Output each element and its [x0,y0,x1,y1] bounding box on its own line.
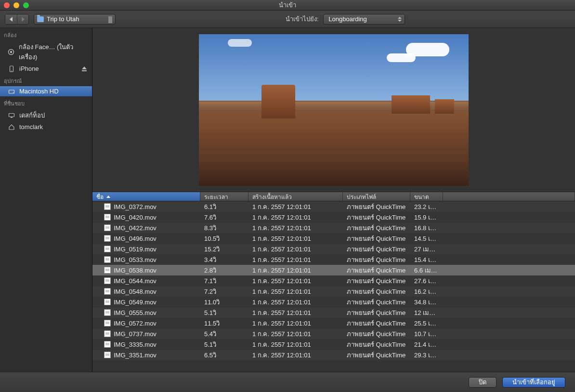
movie-file-icon [104,267,111,274]
minimize-window-button[interactable] [13,2,19,8]
close-window-button[interactable] [4,2,10,8]
table-row[interactable]: IMG_0737.mov5.4วิ1 ก.ค. 2557 12:01:01ภาพ… [92,328,575,339]
table-row[interactable]: IMG_0533.mov3.4วิ1 ก.ค. 2557 12:01:01ภาพ… [92,254,575,265]
eject-icon[interactable] [81,66,87,72]
sidebar-item[interactable]: กล้อง Face… (ในตัวเครื่อง) [0,40,92,64]
dropdown-arrows-icon [398,17,402,22]
path-selector[interactable]: Trip to Utah [34,14,116,25]
table-cell: 10.7 เมก… [410,329,443,339]
table-row[interactable]: IMG_0555.mov5.1วิ1 ก.ค. 2557 12:01:01ภาพ… [92,307,575,318]
movie-file-icon [104,277,111,284]
table-row[interactable]: IMG_0422.mov8.3วิ1 ก.ค. 2557 12:01:01ภาพ… [92,222,575,233]
table-cell: 16.8 เมก… [410,223,443,233]
column-header-name[interactable]: ชื่อ [92,192,200,201]
table-cell: 11.0วิ [200,297,248,307]
movie-file-icon [104,214,111,221]
folder-icon [37,16,44,22]
table-cell: 1 ก.ค. 2557 12:01:01 [248,287,343,297]
table-row[interactable]: IMG_0549.mov11.0วิ1 ก.ค. 2557 12:01:01ภา… [92,297,575,307]
sidebar-item[interactable]: เดสก์ท็อป [0,109,92,122]
table-cell: ภาพยนตร์ QuickTime [343,212,410,222]
movie-file-icon [104,320,111,327]
nav-buttons [5,14,29,25]
table-cell: 10.5วิ [200,234,248,244]
movie-file-icon [104,299,111,305]
destination-value: Longboarding [328,15,367,23]
file-name: IMG_0548.mov [114,288,157,295]
table-cell: ภาพยนตร์ QuickTime [343,340,410,350]
back-button[interactable] [5,14,17,24]
column-header-type[interactable]: ประเภทไฟล์ [343,192,410,201]
table-header: ชื่อ ระยะเวลา สร้างเนื้อหาแล้ว ประเภทไฟล… [92,192,575,201]
table-cell: 21.4 เมก… [410,340,443,350]
table-cell: IMG_3335.mov [92,341,200,348]
table-cell: 29.3 เมก… [410,350,443,360]
close-button[interactable]: ปิด [469,377,497,388]
table-cell: 16.2 เมก… [410,287,443,297]
table-row[interactable]: IMG_0420.mov7.6วิ1 ก.ค. 2557 12:01:01ภาพ… [92,212,575,222]
sidebar-item-label: iPhone [19,65,39,72]
table-cell: 1 ก.ค. 2557 12:01:01 [248,340,343,350]
destination-selector[interactable]: Longboarding [323,14,405,25]
table-cell: 1 ก.ค. 2557 12:01:01 [248,276,343,286]
table-cell: IMG_0548.mov [92,288,200,295]
zoom-window-button[interactable] [23,2,29,8]
toolbar: Trip to Utah นำเข้าไปยัง: Longboarding [0,11,575,28]
table-cell: 15.2วิ [200,244,248,254]
movie-file-icon [104,235,111,242]
content-area: ชื่อ ระยะเวลา สร้างเนื้อหาแล้ว ประเภทไฟล… [92,28,575,372]
svg-rect-8 [11,117,13,118]
import-selected-button[interactable]: นำเข้าที่เลือกอยู่ [502,377,565,388]
table-row[interactable]: IMG_0496.mov10.5วิ1 ก.ค. 2557 12:01:01ภา… [92,233,575,244]
forward-button[interactable] [17,14,28,24]
window-title: นำเข้า [279,0,296,10]
table-row[interactable]: IMG_0372.mov6.1วิ1 ก.ค. 2557 12:01:01ภาพ… [92,201,575,212]
sidebar-item[interactable]: iPhone [0,64,92,74]
table-cell: 11.5วิ [200,318,248,328]
sidebar-item-label: Macintosh HD [19,88,59,95]
movie-file-icon [104,224,111,231]
sidebar-item[interactable]: Macintosh HD [0,86,92,96]
table-row[interactable]: IMG_3335.mov5.1วิ1 ก.ค. 2557 12:01:01ภาพ… [92,339,575,350]
table-cell: IMG_0555.mov [92,309,200,316]
table-cell: IMG_3351.mov [92,352,200,359]
column-header-created[interactable]: สร้างเนื้อหาแล้ว [248,192,343,201]
svg-rect-4 [82,70,87,71]
table-cell: 1 ก.ค. 2557 12:01:01 [248,212,343,222]
table-row[interactable]: IMG_3351.mov6.5วิ1 ก.ค. 2557 12:01:01ภาพ… [92,350,575,360]
table-cell: 1 ก.ค. 2557 12:01:01 [248,234,343,244]
table-cell: 15.4 เมก… [410,255,443,265]
table-cell: IMG_0496.mov [92,235,200,242]
table-cell: 6.6 เมก… [410,265,443,275]
column-header-duration[interactable]: ระยะเวลา [200,192,248,201]
table-cell: ภาพยนตร์ QuickTime [343,318,410,328]
table-cell: 23.2 เมก… [410,202,443,212]
window-controls [4,2,29,8]
table-cell: ภาพยนตร์ QuickTime [343,308,410,318]
preview-image [199,34,469,186]
table-cell: 27.6 เมก… [410,276,443,286]
table-row[interactable]: IMG_0572.mov11.5วิ1 ก.ค. 2557 12:01:01ภา… [92,318,575,328]
file-name: IMG_0420.mov [114,214,157,221]
table-row[interactable]: IMG_0519.mov15.2วิ1 ก.ค. 2557 12:01:01ภา… [92,244,575,254]
sidebar-item[interactable]: tomclark [0,122,92,132]
table-cell: 7.6วิ [200,212,248,222]
table-row[interactable]: IMG_0544.mov7.1วิ1 ก.ค. 2557 12:01:01ภาพ… [92,275,575,286]
column-header-size[interactable]: ขนาด [410,192,443,201]
table-cell: 5.1วิ [200,308,248,318]
file-name: IMG_0538.mov [114,267,157,274]
sidebar-section-title: อุปกรณ์ [0,74,92,86]
phone-icon [8,65,15,72]
table-cell: 1 ก.ค. 2557 12:01:01 [248,244,343,254]
table-cell: 12 เมก… [410,308,443,318]
movie-file-icon [104,341,111,348]
file-name: IMG_3335.mov [114,341,157,348]
table-row[interactable]: IMG_0538.mov2.8วิ1 ก.ค. 2557 12:01:01ภาพ… [92,265,575,275]
table-cell: IMG_0549.mov [92,299,200,306]
table-row[interactable]: IMG_0548.mov7.2วิ1 ก.ค. 2557 12:01:01ภาพ… [92,286,575,297]
main-area: กล้องกล้อง Face… (ในตัวเครื่อง)iPhoneอุป… [0,28,575,372]
file-name: IMG_0737.mov [114,330,157,338]
table-cell: 27 เมก… [410,244,443,254]
table-cell: 14.5 เมก… [410,234,443,244]
movie-file-icon [104,203,111,210]
